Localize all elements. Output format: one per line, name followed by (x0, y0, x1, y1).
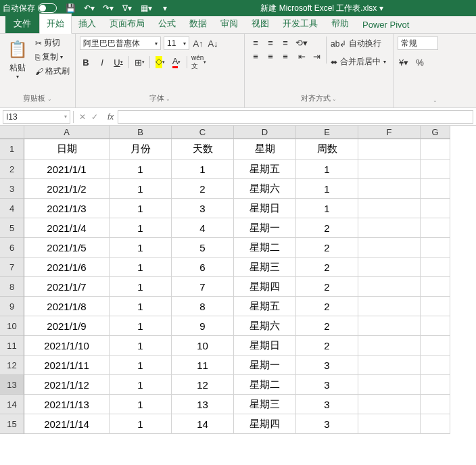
fx-icon[interactable]: fx (103, 112, 118, 122)
cell-D10[interactable]: 星期六 (234, 316, 296, 336)
redo-icon[interactable]: ↷▾ (103, 3, 114, 14)
cell-C10[interactable]: 9 (172, 316, 234, 336)
cell-D13[interactable]: 星期二 (234, 375, 296, 395)
cell-D9[interactable]: 星期五 (234, 297, 296, 316)
cell-B13[interactable]: 1 (110, 375, 172, 395)
col-header-F[interactable]: F (358, 126, 421, 139)
row-header-7[interactable]: 7 (0, 258, 24, 277)
row-header-3[interactable]: 3 (0, 179, 24, 199)
col-header-B[interactable]: B (110, 126, 172, 139)
percent-icon[interactable]: % (414, 55, 426, 69)
decrease-font-icon[interactable]: A↓ (207, 36, 219, 50)
col-header-D[interactable]: D (234, 126, 296, 139)
cell-D3[interactable]: 星期六 (234, 179, 296, 199)
cell-C6[interactable]: 5 (172, 238, 234, 258)
indent-increase-icon[interactable]: ⇥ (310, 50, 323, 62)
cell-E10[interactable]: 2 (296, 316, 358, 336)
row-header-11[interactable]: 11 (0, 336, 24, 356)
cell-A8[interactable]: 2021/1/7 (24, 277, 110, 297)
cell-G6[interactable] (421, 238, 450, 258)
cell-D14[interactable]: 星期三 (234, 395, 296, 414)
cell-E7[interactable]: 2 (296, 258, 358, 277)
cell-A5[interactable]: 2021/1/4 (24, 218, 110, 238)
cell-F10[interactable] (358, 316, 421, 336)
underline-button[interactable]: U▾ (112, 55, 124, 69)
cell-E2[interactable]: 1 (296, 160, 358, 179)
cell-G7[interactable] (421, 258, 450, 277)
border-button[interactable]: ⊞▾ (133, 55, 145, 69)
cell-E4[interactable]: 1 (296, 199, 358, 218)
cell-F2[interactable] (358, 160, 421, 179)
currency-icon[interactable]: ¥▾ (398, 55, 410, 69)
cell-D1[interactable]: 星期 (234, 139, 296, 160)
cell-C12[interactable]: 11 (172, 356, 234, 375)
cell-E15[interactable]: 3 (296, 414, 358, 434)
cell-C4[interactable]: 3 (172, 199, 234, 218)
cell-D2[interactable]: 星期五 (234, 160, 296, 179)
font-size-select[interactable]: 11▾ (164, 36, 189, 50)
cell-A2[interactable]: 2021/1/1 (24, 160, 110, 179)
confirm-icon[interactable]: ✓ (91, 112, 98, 122)
font-color-button[interactable]: A▾ (170, 55, 183, 69)
cell-G4[interactable] (421, 199, 450, 218)
cell-B1[interactable]: 月份 (110, 139, 172, 160)
cell-E12[interactable]: 3 (296, 356, 358, 375)
phonetic-button[interactable]: wén文▾ (191, 55, 206, 69)
cell-D12[interactable]: 星期一 (234, 356, 296, 375)
cell-F4[interactable] (358, 199, 421, 218)
cell-A7[interactable]: 2021/1/6 (24, 258, 110, 277)
cell-C8[interactable]: 7 (172, 277, 234, 297)
col-header-C[interactable]: C (172, 126, 234, 139)
cell-G1[interactable] (421, 139, 450, 160)
tab-layout[interactable]: 页面布局 (103, 14, 151, 33)
row-header-13[interactable]: 13 (0, 375, 24, 395)
cells-area[interactable]: 日期月份天数星期周数2021/1/111星期五12021/1/212星期六120… (24, 139, 450, 434)
indent-decrease-icon[interactable]: ⇤ (295, 50, 308, 62)
align-left-icon[interactable]: ≡ (249, 50, 262, 62)
col-header-G[interactable]: G (421, 126, 450, 139)
cell-E8[interactable]: 2 (296, 277, 358, 297)
increase-font-icon[interactable]: A↑ (192, 36, 204, 50)
cell-F9[interactable] (358, 297, 421, 316)
wrap-text-button[interactable]: ab↲自动换行 (329, 36, 387, 51)
cell-C2[interactable]: 1 (172, 160, 234, 179)
cell-B6[interactable]: 1 (110, 238, 172, 258)
cell-C14[interactable]: 13 (172, 395, 234, 414)
cell-B12[interactable]: 1 (110, 356, 172, 375)
cell-E3[interactable]: 1 (296, 179, 358, 199)
formula-bar[interactable] (118, 110, 473, 124)
cell-B3[interactable]: 1 (110, 179, 172, 199)
cell-G10[interactable] (421, 316, 450, 336)
format-painter-button[interactable]: 🖌格式刷 (34, 65, 71, 78)
italic-button[interactable]: I (96, 55, 108, 69)
cell-F1[interactable] (358, 139, 421, 160)
cut-button[interactable]: ✂剪切 (34, 36, 71, 49)
cell-G14[interactable] (421, 395, 450, 414)
cell-C7[interactable]: 6 (172, 258, 234, 277)
cell-A9[interactable]: 2021/1/8 (24, 297, 110, 316)
cell-D6[interactable]: 星期二 (234, 238, 296, 258)
row-header-2[interactable]: 2 (0, 160, 24, 179)
font-name-select[interactable]: 阿里巴巴普惠体▾ (80, 36, 161, 50)
cell-A13[interactable]: 2021/1/12 (24, 375, 110, 395)
cell-F11[interactable] (358, 336, 421, 356)
cell-G3[interactable] (421, 179, 450, 199)
cell-G5[interactable] (421, 218, 450, 238)
row-header-1[interactable]: 1 (0, 139, 24, 160)
tab-review[interactable]: 审阅 (214, 14, 245, 33)
cell-A1[interactable]: 日期 (24, 139, 110, 160)
align-center-icon[interactable]: ≡ (264, 50, 277, 62)
col-header-A[interactable]: A (24, 126, 110, 139)
paste-button[interactable]: 📋 粘贴 ▾ (4, 36, 31, 80)
tab-data[interactable]: 数据 (183, 14, 214, 33)
cell-C5[interactable]: 4 (172, 218, 234, 238)
cell-B14[interactable]: 1 (110, 395, 172, 414)
cell-A15[interactable]: 2021/1/14 (24, 414, 110, 434)
row-header-14[interactable]: 14 (0, 395, 24, 414)
cell-F5[interactable] (358, 218, 421, 238)
table-icon[interactable]: ▦▾ (141, 3, 151, 14)
cell-B9[interactable]: 1 (110, 297, 172, 316)
cell-F7[interactable] (358, 258, 421, 277)
name-box[interactable]: I13▾ (3, 110, 70, 124)
row-header-10[interactable]: 10 (0, 316, 24, 336)
